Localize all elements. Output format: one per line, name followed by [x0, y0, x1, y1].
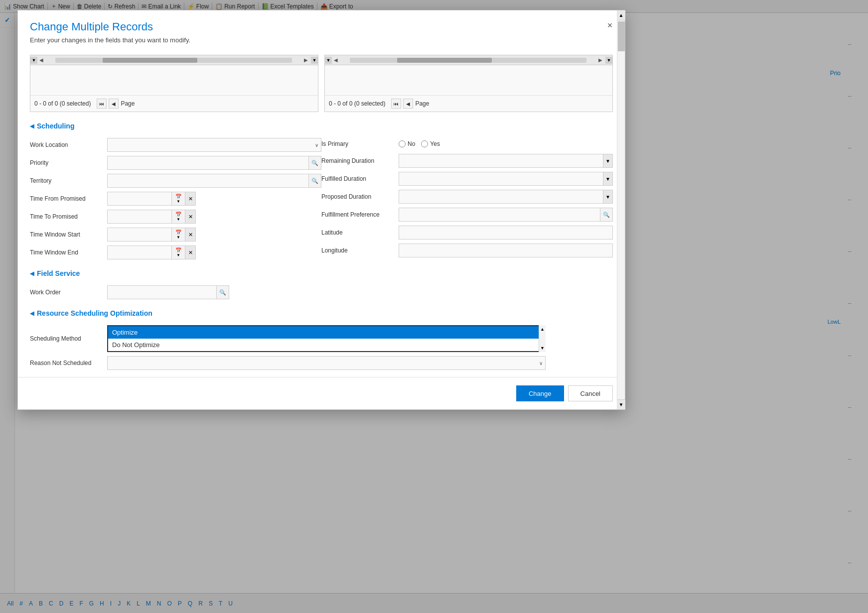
scroll-right-arrow[interactable]: ▶: [302, 56, 310, 64]
scheduling-option-optimize[interactable]: Optimize: [108, 326, 545, 339]
dropdown-scroll-up-btn[interactable]: ▲: [539, 325, 546, 333]
time-window-start-label: Time Window Start: [30, 231, 107, 238]
work-order-lookup-btn[interactable]: 🔍: [216, 285, 229, 299]
remaining-duration-input[interactable]: [399, 154, 603, 168]
scheduling-section-label: Scheduling: [37, 122, 74, 130]
right-scroll-side-right-btn[interactable]: ▼: [605, 57, 612, 64]
right-scroll-right-arrow[interactable]: ▶: [596, 56, 604, 64]
right-pagination-text: 0 - 0 of 0 (0 selected): [329, 100, 385, 107]
left-first-page-btn[interactable]: ⏮: [97, 99, 107, 109]
left-panel-pagination: 0 - 0 of 0 (0 selected) ⏮ ◀ Page: [30, 95, 318, 112]
scheduling-method-label: Scheduling Method: [30, 335, 107, 342]
latitude-label: Latitude: [321, 229, 399, 236]
scrollbar-down-btn[interactable]: ▼: [617, 399, 625, 409]
change-button[interactable]: Change: [516, 385, 564, 401]
is-primary-yes-radio[interactable]: [421, 140, 428, 147]
right-scroll-side-left-btn[interactable]: ▼: [325, 57, 332, 64]
priority-input[interactable]: [107, 156, 309, 170]
fulfillment-preference-input[interactable]: [399, 208, 600, 222]
scheduling-option-do-not-optimize[interactable]: Do Not Optimize: [108, 339, 545, 351]
time-from-promised-clear-btn[interactable]: ✕: [185, 192, 196, 206]
left-prev-page-btn[interactable]: ◀: [109, 99, 119, 109]
scheduling-left-col: Work Location ∨ Priority: [30, 136, 321, 261]
priority-lookup-btn[interactable]: 🔍: [308, 156, 321, 170]
right-scroll-left-arrow[interactable]: ◀: [332, 56, 340, 64]
priority-label: Priority: [30, 159, 107, 166]
modal-scrollbar[interactable]: ▲ ▼: [617, 10, 625, 409]
priority-control: 🔍: [107, 156, 321, 170]
time-window-end-label: Time Window End: [30, 249, 107, 256]
fulfilled-duration-dropdown-btn[interactable]: ▼: [603, 172, 613, 186]
time-window-end-input[interactable]: [107, 245, 172, 259]
fulfillment-preference-lookup-btn[interactable]: 🔍: [600, 208, 613, 222]
left-panel-scroll-top: ▼ ◀ ▶ ▼: [30, 55, 318, 65]
left-scroll-track[interactable]: [55, 58, 292, 63]
left-page-label: Page: [121, 100, 135, 107]
is-primary-yes-option[interactable]: Yes: [421, 140, 440, 147]
latitude-input[interactable]: [399, 226, 613, 240]
scroll-side-right-btn[interactable]: ▼: [311, 57, 318, 64]
remaining-duration-dropdown-btn[interactable]: ▼: [603, 154, 613, 168]
right-panel-pagination: 0 - 0 of 0 (0 selected) ⏮ ◀ Page: [325, 95, 612, 112]
reason-not-scheduled-control: ∨: [107, 356, 613, 370]
proposed-duration-control: ▼: [399, 190, 613, 204]
time-window-end-clear-btn[interactable]: ✕: [185, 245, 196, 259]
right-prev-page-btn[interactable]: ◀: [403, 99, 413, 109]
is-primary-no-option[interactable]: No: [399, 140, 415, 147]
is-primary-no-radio[interactable]: [399, 140, 406, 147]
calendar-icon: 📅 ▼: [175, 247, 181, 257]
time-window-start-calendar-btn[interactable]: 📅 ▼: [171, 228, 185, 242]
time-window-end-row: Time Window End 📅 ▼ ✕: [30, 244, 321, 261]
time-to-promised-calendar-btn[interactable]: 📅 ▼: [171, 210, 185, 224]
longitude-input[interactable]: [399, 244, 613, 257]
scheduling-section-header[interactable]: ◀ Scheduling: [30, 122, 613, 130]
field-service-section-header[interactable]: ◀ Field Service: [30, 269, 613, 277]
territory-control: 🔍: [107, 174, 321, 188]
fulfilled-duration-control: ▼: [399, 172, 613, 186]
clear-icon: ✕: [188, 249, 193, 256]
fulfillment-preference-label: Fulfillment Preference: [321, 211, 399, 218]
reason-not-scheduled-row: Reason Not Scheduled ∨: [30, 354, 613, 372]
reason-not-scheduled-select[interactable]: [107, 356, 546, 370]
work-location-row: Work Location ∨: [30, 136, 321, 154]
time-from-promised-calendar-btn[interactable]: 📅 ▼: [171, 192, 185, 206]
time-window-start-clear-btn[interactable]: ✕: [185, 228, 196, 242]
scroll-left-arrow[interactable]: ◀: [37, 56, 45, 64]
resource-scheduling-section-header[interactable]: ◀ Resource Scheduling Optimization: [30, 309, 613, 317]
time-to-promised-clear-btn[interactable]: ✕: [185, 210, 196, 224]
scroll-side-left-btn[interactable]: ▼: [30, 57, 37, 64]
work-order-control: 🔍: [107, 285, 613, 299]
work-location-control: ∨: [107, 138, 321, 152]
scheduling-method-row: Scheduling Method Optimize Do Not Optimi…: [30, 323, 613, 354]
work-location-select-wrapper: ∨: [107, 138, 321, 152]
modal-subtitle: Enter your changes in the fields that yo…: [30, 36, 613, 44]
time-from-promised-input[interactable]: [107, 192, 172, 206]
remaining-duration-control: ▼: [399, 154, 613, 168]
chevron-down-icon: ▼: [605, 194, 610, 200]
dropdown-scroll-down-btn[interactable]: ▼: [539, 344, 546, 352]
reason-not-scheduled-label: Reason Not Scheduled: [30, 360, 107, 367]
right-first-page-btn[interactable]: ⏮: [391, 99, 401, 109]
cancel-button[interactable]: Cancel: [568, 385, 613, 401]
clear-icon: ✕: [188, 232, 193, 238]
priority-lookup-icon: 🔍: [311, 160, 318, 166]
fulfillment-preference-row: Fulfillment Preference 🔍: [321, 206, 613, 224]
time-to-promised-input[interactable]: [107, 210, 172, 224]
work-location-select[interactable]: [107, 138, 321, 152]
time-window-start-input[interactable]: [107, 228, 172, 242]
territory-input[interactable]: [107, 174, 309, 188]
clear-icon: ✕: [188, 196, 193, 202]
lookup-panel-right: ▼ ◀ ▶ ▼ 0 - 0 of 0 (0 selected) ⏮: [324, 55, 613, 112]
is-primary-radio-group: No Yes: [399, 140, 440, 147]
is-primary-control: No Yes: [399, 140, 613, 147]
time-window-end-calendar-btn[interactable]: 📅 ▼: [171, 245, 185, 259]
right-scroll-track[interactable]: [350, 58, 586, 63]
proposed-duration-input[interactable]: [399, 190, 603, 204]
scheduling-method-dropdown[interactable]: Optimize Do Not Optimize: [107, 325, 546, 352]
time-to-promised-row: Time To Promised 📅 ▼ ✕: [30, 208, 321, 226]
work-order-input[interactable]: [107, 285, 217, 299]
modal-close-button[interactable]: ×: [603, 18, 617, 32]
fulfilled-duration-input[interactable]: [399, 172, 603, 186]
territory-lookup-btn[interactable]: 🔍: [308, 174, 321, 188]
proposed-duration-dropdown-btn[interactable]: ▼: [603, 190, 613, 204]
